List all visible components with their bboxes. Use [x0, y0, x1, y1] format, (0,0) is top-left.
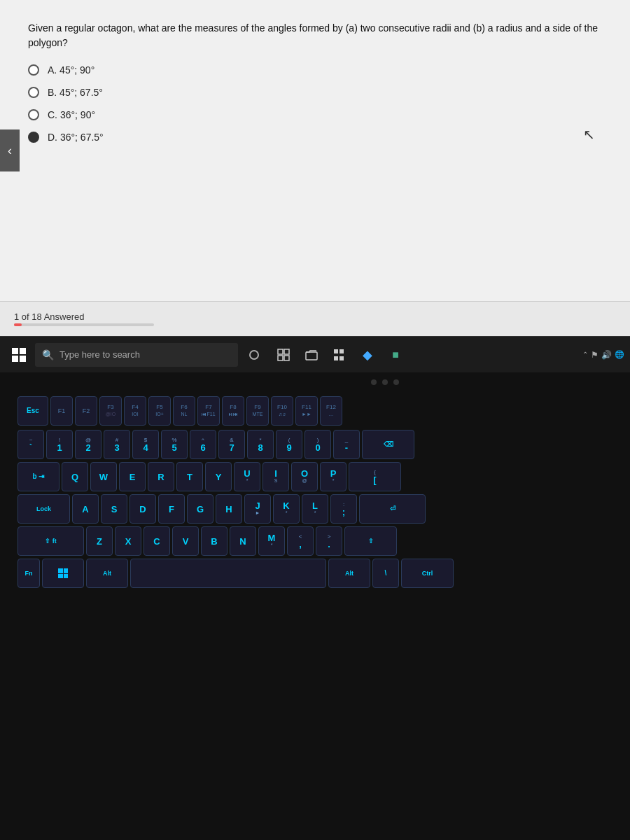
key-f3[interactable]: F3@IO	[99, 396, 122, 426]
key-e[interactable]: E	[119, 462, 146, 491]
option-b-label: B. 45°; 67.5°	[48, 87, 103, 98]
key-t[interactable]: T	[176, 462, 203, 491]
key-r[interactable]: R	[148, 462, 174, 491]
key-f4[interactable]: F4IOI	[124, 396, 146, 426]
option-a[interactable]: A. 45°; 90°	[28, 64, 602, 76]
key-tab[interactable]: b ⇥	[18, 462, 59, 491]
radio-b[interactable]	[28, 87, 39, 98]
key-g[interactable]: G	[187, 494, 214, 524]
key-p[interactable]: P*	[320, 462, 346, 491]
key-space[interactable]	[130, 559, 326, 588]
key-f[interactable]: F	[158, 494, 185, 524]
tray-network[interactable]: 🌐	[615, 350, 624, 359]
key-f11[interactable]: F11►►	[295, 396, 318, 426]
key-0[interactable]: ) 0	[304, 430, 331, 459]
key-alt-right[interactable]: Alt	[328, 559, 370, 588]
google-button[interactable]: ■	[384, 343, 407, 367]
key-backslash-bottom[interactable]: \	[372, 559, 399, 588]
key-v[interactable]: V	[172, 526, 199, 556]
key-enter[interactable]: ⏎	[359, 494, 426, 524]
windows-start-button[interactable]	[6, 342, 32, 368]
key-minus[interactable]: _ -	[333, 430, 360, 459]
key-q[interactable]: Q	[62, 462, 88, 491]
key-f9[interactable]: F9MTE	[246, 396, 269, 426]
apps-button[interactable]	[328, 343, 351, 367]
key-period[interactable]: > .	[316, 526, 342, 556]
key-8[interactable]: * 8	[247, 430, 274, 459]
key-c[interactable]: C	[144, 526, 170, 556]
key-h[interactable]: H	[216, 494, 242, 524]
taskbar: 🔍 Type here to search	[0, 336, 630, 372]
keyboard-lights	[371, 379, 399, 385]
tray-speaker[interactable]: 🔊	[601, 350, 612, 360]
key-x[interactable]: X	[115, 526, 141, 556]
progress-bar-fill	[14, 323, 22, 326]
key-fn[interactable]: Fn	[18, 559, 40, 588]
search-icon: 🔍	[42, 349, 54, 360]
key-a[interactable]: A	[72, 494, 99, 524]
key-u[interactable]: U*	[234, 462, 260, 491]
option-c-label: C. 36°; 90°	[48, 109, 95, 120]
key-ctrl-right[interactable]: Ctrl	[401, 559, 454, 588]
key-k[interactable]: K*	[273, 494, 300, 524]
key-f5[interactable]: F5IO+	[148, 396, 171, 426]
windows-icon	[12, 348, 26, 362]
radio-a[interactable]	[28, 64, 39, 76]
key-3[interactable]: # 3	[104, 430, 130, 459]
search-bar[interactable]: 🔍 Type here to search	[35, 343, 238, 367]
key-4[interactable]: $ 4	[132, 430, 159, 459]
key-f1[interactable]: F1	[50, 396, 73, 426]
key-w[interactable]: W	[90, 462, 117, 491]
fn-row: Esc F1 F2 F3@IO F4IOI F5IO+ F6NL F7⏮F11 …	[18, 396, 612, 426]
key-s[interactable]: S	[101, 494, 127, 524]
key-semicolon[interactable]: : ;	[330, 494, 357, 524]
cortana-button[interactable]	[242, 343, 266, 367]
key-y[interactable]: Y	[205, 462, 232, 491]
svg-rect-8	[340, 356, 344, 360]
key-o[interactable]: O@	[291, 462, 318, 491]
key-1[interactable]: ! 1	[46, 430, 73, 459]
key-tilde[interactable]: ~ `	[18, 430, 44, 459]
prev-button[interactable]: ‹	[0, 130, 20, 172]
key-f6[interactable]: F6NL	[173, 396, 195, 426]
browser-button[interactable]: ◆	[356, 343, 379, 367]
key-alt-left[interactable]: Alt	[86, 559, 128, 588]
tray-chevron[interactable]: ⌃	[582, 351, 588, 358]
zxcv-row: ⇧ ft Z X C V B N M* < , > . ⇧	[18, 526, 612, 556]
radio-c[interactable]	[28, 109, 39, 120]
key-shift-left[interactable]: ⇧ ft	[18, 526, 84, 556]
key-backspace[interactable]: ⌫	[362, 430, 414, 459]
key-z[interactable]: Z	[86, 526, 113, 556]
key-bracket-open[interactable]: {[	[349, 462, 401, 491]
key-f2[interactable]: F2	[75, 396, 97, 426]
key-comma[interactable]: < ,	[287, 526, 314, 556]
key-6[interactable]: ^ 6	[190, 430, 216, 459]
task-view-button[interactable]	[272, 343, 295, 367]
key-9[interactable]: ( 9	[276, 430, 302, 459]
key-f10[interactable]: F10♬♬	[271, 396, 293, 426]
key-esc[interactable]: Esc	[18, 396, 48, 426]
key-b[interactable]: B	[201, 526, 227, 556]
key-win[interactable]	[42, 559, 84, 588]
key-j[interactable]: J►	[244, 494, 271, 524]
key-m[interactable]: M*	[258, 526, 285, 556]
key-2[interactable]: @ 2	[75, 430, 102, 459]
option-d[interactable]: D. 36°; 67.5°	[28, 132, 602, 143]
key-7[interactable]: & 7	[218, 430, 245, 459]
file-explorer-button[interactable]	[300, 343, 323, 367]
key-f12[interactable]: F12…	[320, 396, 342, 426]
key-capslock[interactable]: Lock	[18, 494, 70, 524]
quiz-area: ‹ Given a regular octagon, what are the …	[0, 0, 630, 301]
key-i[interactable]: IS	[262, 462, 289, 491]
option-c[interactable]: C. 36°; 90°	[28, 109, 602, 120]
key-f7[interactable]: F7⏮F11	[197, 396, 220, 426]
radio-d[interactable]	[28, 132, 39, 143]
key-shift-right[interactable]: ⇧	[344, 526, 397, 556]
key-5[interactable]: % 5	[161, 430, 188, 459]
option-b[interactable]: B. 45°; 67.5°	[28, 87, 602, 98]
key-d[interactable]: D	[130, 494, 156, 524]
key-f8[interactable]: F8⏯⏭	[222, 396, 244, 426]
task-view-icon	[277, 349, 290, 361]
key-l[interactable]: L*	[302, 494, 328, 524]
key-n[interactable]: N	[230, 526, 256, 556]
